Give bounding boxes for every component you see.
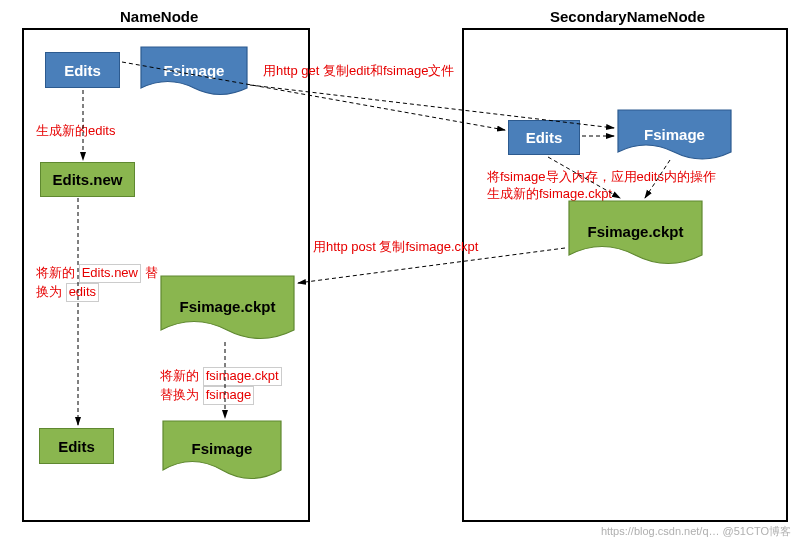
annot-apply-line2: 生成新的fsimage.ckpt [487,186,612,201]
nn-edits-box: Edits [45,52,120,88]
secondary-container [462,28,788,522]
annot-gen-new-edits: 生成新的edits [36,123,115,140]
secondary-title: SecondaryNameNode [550,8,705,25]
nn-fsimage-doc: Fsimage [140,46,248,101]
annot-http-get: 用http get 复制edit和fsimage文件 [263,63,454,80]
namenode-title: NameNode [120,8,198,25]
rename-edits-end: edits [66,283,99,302]
rename-fs-mid: 替换为 [160,387,199,402]
sn-edits-box: Edits [508,120,580,155]
rename-edits-pre: 将新的 [36,265,75,280]
nn-fsimage-ckpt-doc: Fsimage.ckpt [160,275,295,345]
nn-fsimage2-doc: Fsimage [162,420,282,485]
rename-fs-pre: 将新的 [160,368,199,383]
nn-edits2-box: Edits [39,428,114,464]
rename-edits-tag: Edits.new [79,264,141,283]
annot-apply: 将fsimage导入内存，应用edits内的操作 生成新的fsimage.ckp… [487,169,787,203]
sn-fsimage-doc: Fsimage [617,109,732,165]
nn-edits-new-box: Edits.new [40,162,135,197]
rename-edits-mid: 替 [145,265,158,280]
annot-http-post: 用http post 复制fsimage.ckpt [313,239,478,256]
annot-rename-fsimage: 将新的 fsimage.ckpt 替换为 fsimage [160,367,330,405]
annot-rename-edits: 将新的 Edits.new 替 换为 edits [36,264,166,302]
rename-edits-mid2: 换为 [36,284,62,299]
rename-fs-tag2: fsimage [203,386,255,405]
sn-fsimage-ckpt-doc: Fsimage.ckpt [568,200,703,270]
annot-apply-line1: 将fsimage导入内存，应用edits内的操作 [487,169,716,184]
rename-fs-tag1: fsimage.ckpt [203,367,282,386]
watermark: https://blog.csdn.net/q… @51CTO博客 [601,524,791,539]
